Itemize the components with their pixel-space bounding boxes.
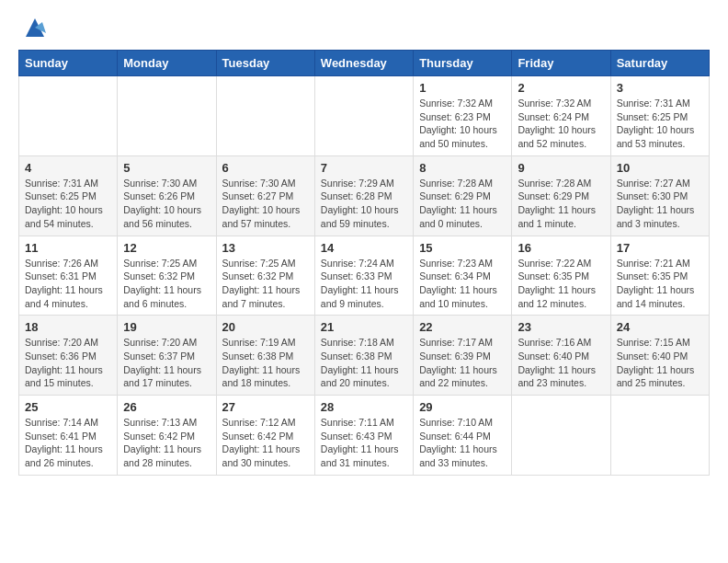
calendar-cell: 19Sunrise: 7:20 AM Sunset: 6:37 PM Dayli… [118,316,216,396]
day-number: 7 [321,161,407,175]
calendar-cell: 14Sunrise: 7:24 AM Sunset: 6:33 PM Dayli… [314,236,413,316]
day-info: Sunrise: 7:25 AM Sunset: 6:32 PM Dayligh… [222,257,309,311]
calendar-cell: 12Sunrise: 7:25 AM Sunset: 6:32 PM Dayli… [118,236,216,316]
day-info: Sunrise: 7:31 AM Sunset: 6:25 PM Dayligh… [617,97,703,151]
day-number: 16 [518,241,604,255]
calendar-cell: 18Sunrise: 7:20 AM Sunset: 6:36 PM Dayli… [19,316,118,396]
day-info: Sunrise: 7:15 AM Sunset: 6:40 PM Dayligh… [617,336,703,390]
calendar-cell: 8Sunrise: 7:28 AM Sunset: 6:29 PM Daylig… [414,155,512,236]
day-info: Sunrise: 7:20 AM Sunset: 6:37 PM Dayligh… [123,336,210,390]
day-info: Sunrise: 7:29 AM Sunset: 6:28 PM Dayligh… [321,177,407,231]
calendar-cell: 17Sunrise: 7:21 AM Sunset: 6:35 PM Dayli… [610,236,709,316]
day-number: 15 [419,241,506,255]
day-info: Sunrise: 7:21 AM Sunset: 6:35 PM Dayligh… [617,257,703,311]
day-info: Sunrise: 7:19 AM Sunset: 6:38 PM Dayligh… [222,336,309,390]
day-info: Sunrise: 7:11 AM Sunset: 6:43 PM Dayligh… [321,416,407,470]
calendar-week-row: 4Sunrise: 7:31 AM Sunset: 6:25 PM Daylig… [19,155,710,236]
calendar-cell: 13Sunrise: 7:25 AM Sunset: 6:32 PM Dayli… [216,236,314,316]
calendar-cell: 1Sunrise: 7:32 AM Sunset: 6:23 PM Daylig… [414,76,512,156]
day-number: 29 [419,400,506,414]
day-number: 21 [321,320,407,334]
calendar-cell: 15Sunrise: 7:23 AM Sunset: 6:34 PM Dayli… [414,236,512,316]
day-info: Sunrise: 7:12 AM Sunset: 6:42 PM Dayligh… [222,416,309,470]
day-number: 4 [25,161,111,175]
day-of-week-header: Thursday [414,51,512,76]
calendar-cell: 10Sunrise: 7:27 AM Sunset: 6:30 PM Dayli… [610,155,709,236]
calendar-cell: 26Sunrise: 7:13 AM Sunset: 6:42 PM Dayli… [118,396,216,476]
calendar-cell: 11Sunrise: 7:26 AM Sunset: 6:31 PM Dayli… [19,236,118,316]
calendar-week-row: 25Sunrise: 7:14 AM Sunset: 6:41 PM Dayli… [19,396,710,476]
day-info: Sunrise: 7:23 AM Sunset: 6:34 PM Dayligh… [419,257,506,311]
calendar-cell: 20Sunrise: 7:19 AM Sunset: 6:38 PM Dayli… [216,316,314,396]
calendar-cell [314,76,413,156]
calendar-cell: 25Sunrise: 7:14 AM Sunset: 6:41 PM Dayli… [19,396,118,476]
day-number: 27 [222,400,309,414]
header [18,15,710,40]
calendar-cell: 7Sunrise: 7:29 AM Sunset: 6:28 PM Daylig… [314,155,413,236]
calendar-cell [19,76,118,156]
day-info: Sunrise: 7:17 AM Sunset: 6:39 PM Dayligh… [419,336,506,390]
day-number: 26 [123,400,210,414]
day-info: Sunrise: 7:28 AM Sunset: 6:29 PM Dayligh… [518,177,604,231]
calendar-cell: 21Sunrise: 7:18 AM Sunset: 6:38 PM Dayli… [314,316,413,396]
logo [18,15,48,40]
day-number: 2 [518,81,604,95]
calendar-cell: 28Sunrise: 7:11 AM Sunset: 6:43 PM Dayli… [314,396,413,476]
day-info: Sunrise: 7:10 AM Sunset: 6:44 PM Dayligh… [419,416,506,470]
day-number: 24 [617,320,703,334]
calendar-cell [512,396,610,476]
calendar-cell: 27Sunrise: 7:12 AM Sunset: 6:42 PM Dayli… [216,396,314,476]
day-info: Sunrise: 7:30 AM Sunset: 6:27 PM Dayligh… [222,177,309,231]
day-number: 22 [419,320,506,334]
day-of-week-header: Saturday [610,51,709,76]
day-info: Sunrise: 7:14 AM Sunset: 6:41 PM Dayligh… [25,416,111,470]
calendar-cell [118,76,216,156]
calendar-week-row: 18Sunrise: 7:20 AM Sunset: 6:36 PM Dayli… [19,316,710,396]
calendar-table: SundayMondayTuesdayWednesdayThursdayFrid… [18,50,710,476]
day-number: 1 [419,81,506,95]
day-of-week-header: Wednesday [314,51,413,76]
calendar-cell [216,76,314,156]
day-info: Sunrise: 7:26 AM Sunset: 6:31 PM Dayligh… [25,257,111,311]
calendar-cell: 9Sunrise: 7:28 AM Sunset: 6:29 PM Daylig… [512,155,610,236]
day-number: 5 [123,161,210,175]
day-number: 9 [518,161,604,175]
day-number: 10 [617,161,703,175]
day-info: Sunrise: 7:30 AM Sunset: 6:26 PM Dayligh… [123,177,210,231]
day-number: 23 [518,320,604,334]
calendar-week-row: 11Sunrise: 7:26 AM Sunset: 6:31 PM Dayli… [19,236,710,316]
day-info: Sunrise: 7:31 AM Sunset: 6:25 PM Dayligh… [25,177,111,231]
calendar-cell [610,396,709,476]
day-info: Sunrise: 7:32 AM Sunset: 6:23 PM Dayligh… [419,97,506,151]
day-number: 3 [617,81,703,95]
calendar-cell: 4Sunrise: 7:31 AM Sunset: 6:25 PM Daylig… [19,155,118,236]
day-info: Sunrise: 7:16 AM Sunset: 6:40 PM Dayligh… [518,336,604,390]
day-number: 6 [222,161,309,175]
day-number: 14 [321,241,407,255]
day-info: Sunrise: 7:20 AM Sunset: 6:36 PM Dayligh… [25,336,111,390]
calendar-week-row: 1Sunrise: 7:32 AM Sunset: 6:23 PM Daylig… [19,76,710,156]
day-number: 25 [25,400,111,414]
day-of-week-header: Monday [118,51,216,76]
calendar-cell: 24Sunrise: 7:15 AM Sunset: 6:40 PM Dayli… [610,316,709,396]
calendar-cell: 22Sunrise: 7:17 AM Sunset: 6:39 PM Dayli… [414,316,512,396]
calendar-cell: 29Sunrise: 7:10 AM Sunset: 6:44 PM Dayli… [414,396,512,476]
day-number: 28 [321,400,407,414]
day-info: Sunrise: 7:22 AM Sunset: 6:35 PM Dayligh… [518,257,604,311]
day-info: Sunrise: 7:25 AM Sunset: 6:32 PM Dayligh… [123,257,210,311]
day-info: Sunrise: 7:13 AM Sunset: 6:42 PM Dayligh… [123,416,210,470]
day-number: 19 [123,320,210,334]
calendar-cell: 5Sunrise: 7:30 AM Sunset: 6:26 PM Daylig… [118,155,216,236]
day-info: Sunrise: 7:27 AM Sunset: 6:30 PM Dayligh… [617,177,703,231]
day-number: 12 [123,241,210,255]
day-number: 11 [25,241,111,255]
calendar-header-row: SundayMondayTuesdayWednesdayThursdayFrid… [19,51,710,76]
day-of-week-header: Friday [512,51,610,76]
calendar-cell: 2Sunrise: 7:32 AM Sunset: 6:24 PM Daylig… [512,76,610,156]
calendar-cell: 6Sunrise: 7:30 AM Sunset: 6:27 PM Daylig… [216,155,314,236]
logo-icon [22,15,48,40]
day-of-week-header: Tuesday [216,51,314,76]
day-number: 13 [222,241,309,255]
calendar-cell: 3Sunrise: 7:31 AM Sunset: 6:25 PM Daylig… [610,76,709,156]
day-number: 8 [419,161,506,175]
